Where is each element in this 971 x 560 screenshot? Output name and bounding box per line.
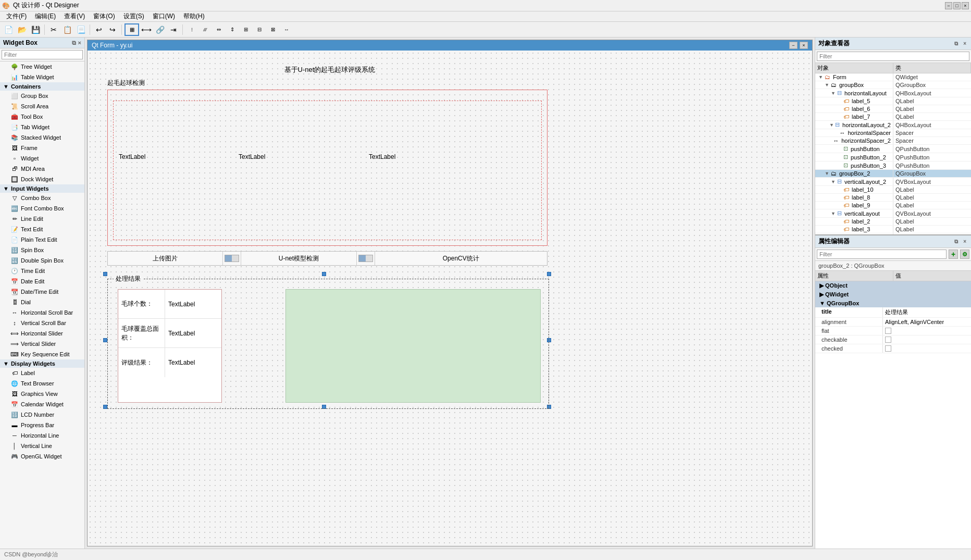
widget-item-v-slider[interactable]: ⟹ Vertical Slider xyxy=(0,339,84,349)
text-label-1[interactable]: TextLabel xyxy=(119,153,145,160)
prop-val-title[interactable]: 处理结果 xyxy=(883,307,971,317)
widget-item-h-scrollbar[interactable]: ↔ Horizontal Scroll Bar xyxy=(0,307,84,318)
form-close-button[interactable]: × xyxy=(800,42,808,49)
widget-item-spin-box[interactable]: 🔢 Spin Box xyxy=(0,245,84,255)
tree-row-label3[interactable]: 🏷 label_3 QLabel xyxy=(815,226,971,233)
signal-slot-button[interactable]: ⟷ xyxy=(140,23,153,36)
obj-inspector-float[interactable]: ⧉ xyxy=(953,40,960,47)
new-button[interactable]: 📄 xyxy=(2,23,15,36)
tab-order-button[interactable]: ⇥ xyxy=(167,23,180,36)
widget-item-graphics-view[interactable]: 🖼 Graphics View xyxy=(0,389,84,399)
widget-item-dock-widget[interactable]: 🔲 Dock Widget xyxy=(0,174,84,184)
undo-button[interactable]: ↩ xyxy=(93,23,105,36)
widget-item-double-spin-box[interactable]: 🔣 Double Spin Box xyxy=(0,255,84,266)
widget-item-date-edit[interactable]: 📅 Date Edit xyxy=(0,276,84,287)
tree-row-pushbtn1[interactable]: ⊡ pushButton QPushButton xyxy=(815,145,971,153)
menu-view[interactable]: 查看(V) xyxy=(60,11,89,22)
prop-section-qgroupbox[interactable]: ▼ QGroupBox xyxy=(815,299,971,307)
widget-item-text-browser[interactable]: 🌐 Text Browser xyxy=(0,378,84,389)
opencv-btn-label[interactable]: OpenCV统计 xyxy=(443,254,479,263)
widget-item-frame[interactable]: 🖼 Frame xyxy=(0,143,84,153)
tree-row-label6[interactable]: 🏷 label_6 QLabel xyxy=(815,105,971,113)
checkable-checkbox[interactable] xyxy=(885,337,891,343)
widget-item-tab-widget[interactable]: 📑 Tab Widget xyxy=(0,122,84,132)
category-display-widgets[interactable]: ▼ Display Widgets xyxy=(0,359,84,368)
tree-row-hspacer2[interactable]: ↔ horizontalSpacer_2 Spacer xyxy=(815,137,971,145)
adjust-size-button[interactable]: ↔ xyxy=(280,23,293,36)
widget-item-line-edit[interactable]: ✏ Line Edit xyxy=(0,214,84,224)
widget-item-calendar[interactable]: 📅 Calendar Widget xyxy=(0,399,84,409)
menu-window[interactable]: 窗口(W) xyxy=(148,11,179,22)
widget-item-scroll-area[interactable]: 📜 Scroll Area xyxy=(0,101,84,111)
text-label-3[interactable]: TextLabel xyxy=(369,153,395,160)
redo-button[interactable]: ↪ xyxy=(106,23,119,36)
menu-file[interactable]: 文件(F) xyxy=(2,11,31,22)
widget-item-lcd-number[interactable]: 🔢 LCD Number xyxy=(0,409,84,420)
layout-vsp-button[interactable]: ⇕ xyxy=(226,23,239,36)
prop-add-button[interactable]: + xyxy=(949,250,958,259)
checked-checkbox[interactable] xyxy=(885,345,891,352)
upload-btn-label[interactable]: 上传图片 xyxy=(153,254,178,263)
tree-row-label2[interactable]: 🏷 label_2 QLabel xyxy=(815,218,971,226)
groupbox-top[interactable]: TextLabel TextLabel TextLabel xyxy=(107,90,547,246)
prop-val-alignment[interactable]: AlignLeft, AlignVCenter xyxy=(883,318,971,326)
buddy-button[interactable]: 🔗 xyxy=(154,23,166,36)
tree-row-vlayout[interactable]: ▼ ⊟ verticalLayout QVBoxLayout xyxy=(815,209,971,218)
widget-item-tree-widget[interactable]: 🌳 Tree Widget xyxy=(0,61,84,72)
obj-inspector-filter-input[interactable] xyxy=(817,52,969,61)
widget-editor-button[interactable]: ▦ xyxy=(125,23,139,36)
tree-row-label5[interactable]: 🏷 label_5 QLabel xyxy=(815,97,971,105)
detect-btn-label[interactable]: U-net模型检测 xyxy=(279,254,319,263)
widget-item-h-slider[interactable]: ⟺ Horizontal Slider xyxy=(0,328,84,339)
expand-form[interactable]: ▼ xyxy=(818,74,824,80)
prop-val-flat[interactable] xyxy=(883,327,971,335)
image-display-box[interactable] xyxy=(285,289,541,403)
paste-button[interactable]: 📃 xyxy=(74,23,87,36)
category-containers[interactable]: ▼ Containers xyxy=(0,82,84,91)
widget-item-datetime-edit[interactable]: 📆 Date/Time Edit xyxy=(0,287,84,297)
tree-row-label7[interactable]: 🏷 label_7 QLabel xyxy=(815,113,971,121)
prop-section-qwidget[interactable]: ▶ QWidget xyxy=(815,290,971,299)
layout-h-button[interactable]: ⫶ xyxy=(185,23,198,36)
layout-hsp-button[interactable]: ⇔ xyxy=(213,23,225,36)
prop-editor-close[interactable]: × xyxy=(962,238,968,245)
widget-item-plain-text-edit[interactable]: 📄 Plain Text Edit xyxy=(0,234,84,245)
tree-row-label9[interactable]: 🏷 label_9 QLabel xyxy=(815,202,971,209)
widget-item-v-line[interactable]: │ Vertical Line xyxy=(0,441,84,451)
stats-val-3[interactable]: TextLabel xyxy=(165,357,221,368)
tree-row-pushbtn2[interactable]: ⊡ pushButton_2 QPushButton xyxy=(815,153,971,161)
tree-row-hlayout2[interactable]: ▼ ⊟ horizontalLayout_2 QHBoxLayout xyxy=(815,121,971,129)
stats-val-1[interactable]: TextLabel xyxy=(165,298,221,310)
widget-item-text-edit[interactable]: 📝 Text Edit xyxy=(0,224,84,234)
tree-row-vlayout2[interactable]: ▼ ⊟ verticalLayout_2 QVBoxLayout xyxy=(815,178,971,186)
widget-box-filter-input[interactable] xyxy=(2,50,83,59)
widget-item-group-box[interactable]: ⬜ Group Box xyxy=(0,91,84,101)
widget-item-key-seq-edit[interactable]: ⌨ Key Sequence Edit xyxy=(0,349,84,359)
widget-box-close[interactable]: × xyxy=(78,40,81,46)
menu-form[interactable]: 窗体(O) xyxy=(89,11,119,22)
save-button[interactable]: 💾 xyxy=(29,23,42,36)
expand-groupbox2[interactable]: ▼ xyxy=(825,171,830,176)
close-button[interactable]: × xyxy=(962,2,969,9)
open-button[interactable]: 📂 xyxy=(16,23,28,36)
widget-item-mdi-area[interactable]: 🗗 MDI Area xyxy=(0,164,84,174)
prop-val-checked[interactable] xyxy=(883,344,971,353)
widget-item-tool-box[interactable]: 🧰 Tool Box xyxy=(0,111,84,122)
text-label-2[interactable]: TextLabel xyxy=(239,153,265,160)
stats-val-2[interactable]: TextLabel xyxy=(165,328,221,339)
form-minimize-button[interactable]: − xyxy=(789,42,798,49)
layout-grid-button[interactable]: ⊞ xyxy=(240,23,252,36)
prop-editor-float[interactable]: ⧉ xyxy=(953,238,960,245)
widget-item-font-combo-box[interactable]: 🔤 Font Combo Box xyxy=(0,203,84,214)
expand-groupbox[interactable]: ▼ xyxy=(825,82,830,88)
maximize-button[interactable]: □ xyxy=(953,2,961,9)
prop-val-checkable[interactable] xyxy=(883,335,971,344)
widget-item-table-widget[interactable]: 📊 Table Widget xyxy=(0,72,84,82)
tree-row-pushbtn3[interactable]: ⊡ pushButton_3 QPushButton xyxy=(815,161,971,170)
break-layout-button[interactable]: ⊠ xyxy=(267,23,279,36)
tree-row-groupbox2[interactable]: ▼ 🗂 groupBox_2 QGroupBox xyxy=(815,170,971,178)
cut-button[interactable]: ✂ xyxy=(47,23,60,36)
form-content[interactable]: 基于U-net的起毛起球评级系统 起毛起球检测 TextLabel TextLa… xyxy=(88,51,812,546)
prop-section-qobject[interactable]: ▶ QObject xyxy=(815,281,971,290)
widget-item-widget[interactable]: ▫ Widget xyxy=(0,153,84,164)
